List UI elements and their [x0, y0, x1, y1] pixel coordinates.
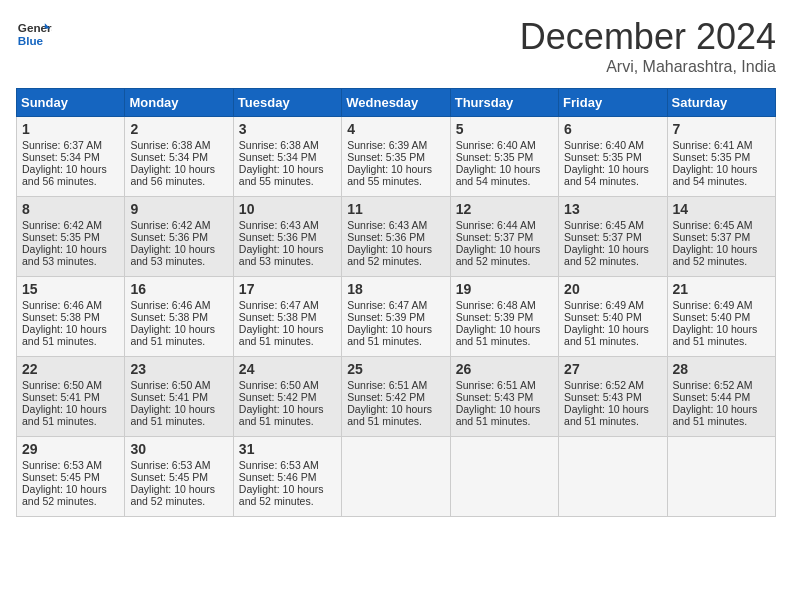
day-info-line: Sunset: 5:35 PM	[673, 151, 770, 163]
day-cell: 11Sunrise: 6:43 AMSunset: 5:36 PMDayligh…	[342, 197, 450, 277]
day-info-line: Sunset: 5:35 PM	[456, 151, 553, 163]
day-info-line: Daylight: 10 hours	[347, 323, 444, 335]
day-info-line: Sunset: 5:36 PM	[239, 231, 336, 243]
day-info-line: and 54 minutes.	[456, 175, 553, 187]
day-info-line: Daylight: 10 hours	[239, 403, 336, 415]
week-row-1: 1Sunrise: 6:37 AMSunset: 5:34 PMDaylight…	[17, 117, 776, 197]
day-number: 24	[239, 361, 336, 377]
day-info-line: Sunrise: 6:42 AM	[22, 219, 119, 231]
day-info-line: and 55 minutes.	[347, 175, 444, 187]
day-info-line: Sunrise: 6:39 AM	[347, 139, 444, 151]
day-info-line: and 52 minutes.	[130, 495, 227, 507]
day-number: 2	[130, 121, 227, 137]
day-number: 27	[564, 361, 661, 377]
day-info-line: and 52 minutes.	[22, 495, 119, 507]
day-cell: 28Sunrise: 6:52 AMSunset: 5:44 PMDayligh…	[667, 357, 775, 437]
day-cell: 17Sunrise: 6:47 AMSunset: 5:38 PMDayligh…	[233, 277, 341, 357]
day-cell: 26Sunrise: 6:51 AMSunset: 5:43 PMDayligh…	[450, 357, 558, 437]
day-header-thursday: Thursday	[450, 89, 558, 117]
day-cell: 2Sunrise: 6:38 AMSunset: 5:34 PMDaylight…	[125, 117, 233, 197]
day-info-line: Sunset: 5:42 PM	[239, 391, 336, 403]
day-info-line: Daylight: 10 hours	[22, 483, 119, 495]
day-info-line: Sunset: 5:44 PM	[673, 391, 770, 403]
day-info-line: and 51 minutes.	[22, 415, 119, 427]
day-info-line: Sunset: 5:39 PM	[456, 311, 553, 323]
day-info-line: and 51 minutes.	[130, 335, 227, 347]
day-info-line: Sunrise: 6:48 AM	[456, 299, 553, 311]
day-info-line: Sunset: 5:39 PM	[347, 311, 444, 323]
day-info-line: Daylight: 10 hours	[130, 243, 227, 255]
day-info-line: and 51 minutes.	[456, 415, 553, 427]
day-number: 23	[130, 361, 227, 377]
day-info-line: Sunrise: 6:50 AM	[130, 379, 227, 391]
day-info-line: Sunrise: 6:50 AM	[239, 379, 336, 391]
week-row-5: 29Sunrise: 6:53 AMSunset: 5:45 PMDayligh…	[17, 437, 776, 517]
day-info-line: Sunrise: 6:46 AM	[22, 299, 119, 311]
day-number: 1	[22, 121, 119, 137]
day-number: 19	[456, 281, 553, 297]
day-info-line: Sunrise: 6:51 AM	[347, 379, 444, 391]
day-number: 28	[673, 361, 770, 377]
day-info-line: Sunset: 5:37 PM	[564, 231, 661, 243]
day-number: 3	[239, 121, 336, 137]
day-info-line: Sunset: 5:38 PM	[239, 311, 336, 323]
day-info-line: Sunset: 5:38 PM	[130, 311, 227, 323]
day-number: 30	[130, 441, 227, 457]
day-info-line: Sunset: 5:38 PM	[22, 311, 119, 323]
day-info-line: Sunset: 5:43 PM	[564, 391, 661, 403]
day-info-line: Sunrise: 6:45 AM	[673, 219, 770, 231]
day-cell: 8Sunrise: 6:42 AMSunset: 5:35 PMDaylight…	[17, 197, 125, 277]
day-cell: 10Sunrise: 6:43 AMSunset: 5:36 PMDayligh…	[233, 197, 341, 277]
day-info-line: Sunset: 5:40 PM	[564, 311, 661, 323]
day-info-line: Daylight: 10 hours	[456, 163, 553, 175]
day-info-line: Daylight: 10 hours	[130, 403, 227, 415]
day-info-line: Sunrise: 6:47 AM	[347, 299, 444, 311]
day-info-line: and 51 minutes.	[456, 335, 553, 347]
day-info-line: Daylight: 10 hours	[673, 403, 770, 415]
day-cell: 24Sunrise: 6:50 AMSunset: 5:42 PMDayligh…	[233, 357, 341, 437]
day-info-line: Daylight: 10 hours	[564, 243, 661, 255]
day-info-line: and 51 minutes.	[239, 335, 336, 347]
day-info-line: Daylight: 10 hours	[239, 483, 336, 495]
day-header-sunday: Sunday	[17, 89, 125, 117]
day-info-line: Sunset: 5:35 PM	[564, 151, 661, 163]
day-info-line: Sunset: 5:37 PM	[673, 231, 770, 243]
calendar-table: SundayMondayTuesdayWednesdayThursdayFrid…	[16, 88, 776, 517]
day-info-line: and 52 minutes.	[239, 495, 336, 507]
day-info-line: Daylight: 10 hours	[22, 403, 119, 415]
day-number: 21	[673, 281, 770, 297]
day-info-line: Sunrise: 6:43 AM	[239, 219, 336, 231]
day-info-line: Sunrise: 6:53 AM	[239, 459, 336, 471]
week-row-3: 15Sunrise: 6:46 AMSunset: 5:38 PMDayligh…	[17, 277, 776, 357]
day-info-line: Sunset: 5:45 PM	[130, 471, 227, 483]
day-info-line: Daylight: 10 hours	[564, 163, 661, 175]
day-info-line: Sunrise: 6:45 AM	[564, 219, 661, 231]
day-info-line: Sunset: 5:35 PM	[347, 151, 444, 163]
day-info-line: Daylight: 10 hours	[22, 323, 119, 335]
day-info-line: Daylight: 10 hours	[130, 163, 227, 175]
day-info-line: Sunrise: 6:38 AM	[239, 139, 336, 151]
day-info-line: and 51 minutes.	[347, 335, 444, 347]
day-info-line: Sunset: 5:37 PM	[456, 231, 553, 243]
week-row-2: 8Sunrise: 6:42 AMSunset: 5:35 PMDaylight…	[17, 197, 776, 277]
day-info-line: and 53 minutes.	[22, 255, 119, 267]
day-info-line: Sunrise: 6:40 AM	[564, 139, 661, 151]
day-cell: 15Sunrise: 6:46 AMSunset: 5:38 PMDayligh…	[17, 277, 125, 357]
day-cell: 9Sunrise: 6:42 AMSunset: 5:36 PMDaylight…	[125, 197, 233, 277]
day-info-line: Sunset: 5:46 PM	[239, 471, 336, 483]
day-cell: 6Sunrise: 6:40 AMSunset: 5:35 PMDaylight…	[559, 117, 667, 197]
week-row-4: 22Sunrise: 6:50 AMSunset: 5:41 PMDayligh…	[17, 357, 776, 437]
day-info-line: Sunrise: 6:49 AM	[564, 299, 661, 311]
day-info-line: Sunrise: 6:49 AM	[673, 299, 770, 311]
day-info-line: Sunset: 5:35 PM	[22, 231, 119, 243]
day-info-line: Sunrise: 6:53 AM	[130, 459, 227, 471]
day-info-line: and 52 minutes.	[347, 255, 444, 267]
day-cell: 25Sunrise: 6:51 AMSunset: 5:42 PMDayligh…	[342, 357, 450, 437]
day-info-line: Daylight: 10 hours	[22, 163, 119, 175]
day-info-line: and 56 minutes.	[130, 175, 227, 187]
day-info-line: Sunset: 5:43 PM	[456, 391, 553, 403]
day-cell: 21Sunrise: 6:49 AMSunset: 5:40 PMDayligh…	[667, 277, 775, 357]
day-cell	[667, 437, 775, 517]
day-info-line: and 56 minutes.	[22, 175, 119, 187]
day-cell	[342, 437, 450, 517]
